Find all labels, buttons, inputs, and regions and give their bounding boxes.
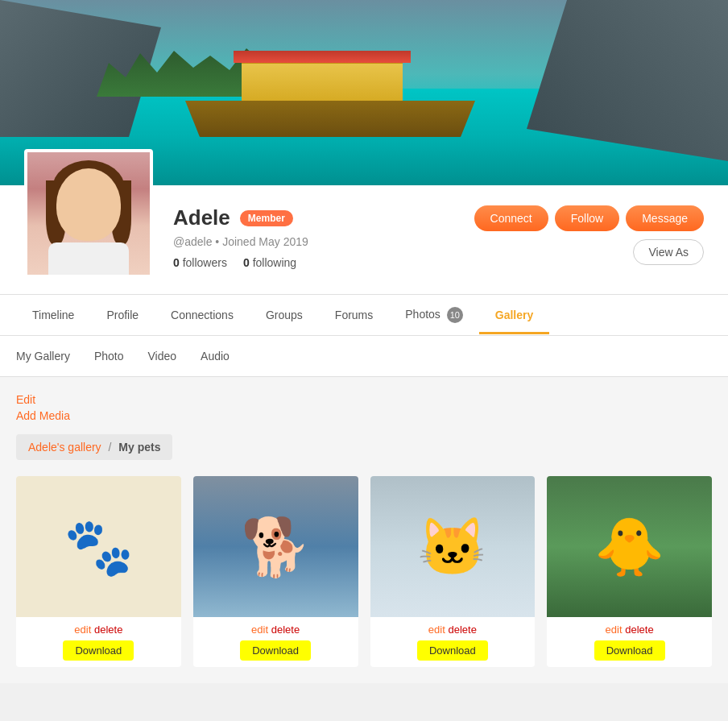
download-button-4[interactable]: Download <box>594 640 665 661</box>
sub-nav: My Gallery Photo Video Audio <box>0 336 728 377</box>
member-badge: Member <box>240 210 293 226</box>
delete-item-2[interactable]: delete <box>271 624 300 636</box>
breadcrumb-separator: / <box>109 441 112 454</box>
tab-groups[interactable]: Groups <box>250 296 319 334</box>
download-button-2[interactable]: Download <box>240 640 311 661</box>
download-button-3[interactable]: Download <box>417 640 488 661</box>
edit-item-4[interactable]: edit <box>606 624 623 636</box>
gallery-item-4: 🐥 edit delete Download <box>547 476 712 667</box>
tab-profile[interactable]: Profile <box>90 296 155 334</box>
followers-count: 0 followers <box>173 256 227 269</box>
gallery-actions-2: edit delete Download <box>193 617 358 667</box>
edit-item-1[interactable]: edit <box>74 624 91 636</box>
followers-row: 0 followers 0 following <box>173 256 454 269</box>
main-content: Edit Add Media Adele's gallery / My pets… <box>0 377 728 683</box>
edit-item-2[interactable]: edit <box>251 624 268 636</box>
profile-handle: @adele • Joined May 2019 <box>173 235 454 248</box>
message-button[interactable]: Message <box>626 205 704 231</box>
profile-actions: Connect Follow Message View As <box>474 197 704 265</box>
gallery-image-4[interactable]: 🐥 <box>547 476 712 617</box>
sub-nav-photo[interactable]: Photo <box>82 346 136 367</box>
gallery-image-2[interactable]: 🐕 <box>193 476 358 617</box>
follow-button[interactable]: Follow <box>555 205 619 231</box>
breadcrumb: Adele's gallery / My pets <box>16 434 172 460</box>
avatar <box>24 149 153 278</box>
nav-tabs: Timeline Profile Connections Groups Foru… <box>0 295 728 336</box>
delete-item-1[interactable]: delete <box>94 624 122 636</box>
sub-nav-audio[interactable]: Audio <box>188 346 242 367</box>
gallery-image-3[interactable]: 🐱 <box>370 476 536 617</box>
gallery-grid: 🐾 edit delete Download 🐕 <box>16 476 712 667</box>
edit-delete-row-3: edit delete <box>378 624 527 636</box>
download-button-1[interactable]: Download <box>63 640 134 661</box>
edit-delete-row-1: edit delete <box>24 624 173 636</box>
sub-nav-video[interactable]: Video <box>136 346 189 367</box>
tab-photos[interactable]: Photos 10 <box>389 295 478 335</box>
profile-name: Adele <box>173 205 230 230</box>
connect-button[interactable]: Connect <box>474 205 548 231</box>
tab-timeline[interactable]: Timeline <box>16 296 90 334</box>
profile-name-row: Adele Member <box>173 205 454 230</box>
photos-badge: 10 <box>447 307 463 323</box>
tab-connections[interactable]: Connections <box>155 296 250 334</box>
breadcrumb-album: My pets <box>118 441 160 454</box>
sub-nav-my-gallery[interactable]: My Gallery <box>16 346 82 367</box>
gallery-actions-3: edit delete Download <box>370 617 536 667</box>
action-buttons-row: Connect Follow Message <box>474 205 704 231</box>
gallery-actions-1: edit delete Download <box>16 617 181 667</box>
delete-item-4[interactable]: delete <box>625 624 653 636</box>
add-media-link[interactable]: Add Media <box>16 409 712 422</box>
view-as-button[interactable]: View As <box>633 239 704 265</box>
breadcrumb-gallery-link[interactable]: Adele's gallery <box>28 441 101 454</box>
profile-section: Adele Member @adele • Joined May 2019 0 … <box>0 185 728 295</box>
gallery-image-1[interactable]: 🐾 <box>16 476 181 617</box>
gallery-item-2: 🐕 edit delete Download <box>193 476 358 667</box>
profile-info: Adele Member @adele • Joined May 2019 0 … <box>173 197 454 269</box>
page-wrapper: Adele Member @adele • Joined May 2019 0 … <box>0 0 728 683</box>
delete-item-3[interactable]: delete <box>448 624 476 636</box>
edit-link[interactable]: Edit <box>16 393 712 406</box>
tab-forums[interactable]: Forums <box>319 296 389 334</box>
gallery-item-1: 🐾 edit delete Download <box>16 476 181 667</box>
gallery-actions-4: edit delete Download <box>547 617 712 667</box>
edit-delete-row-2: edit delete <box>201 624 350 636</box>
edit-item-3[interactable]: edit <box>428 624 445 636</box>
tab-gallery[interactable]: Gallery <box>479 296 549 334</box>
edit-delete-row-4: edit delete <box>555 624 704 636</box>
gallery-item-3: 🐱 edit delete Download <box>370 476 536 667</box>
following-count: 0 following <box>243 256 296 269</box>
